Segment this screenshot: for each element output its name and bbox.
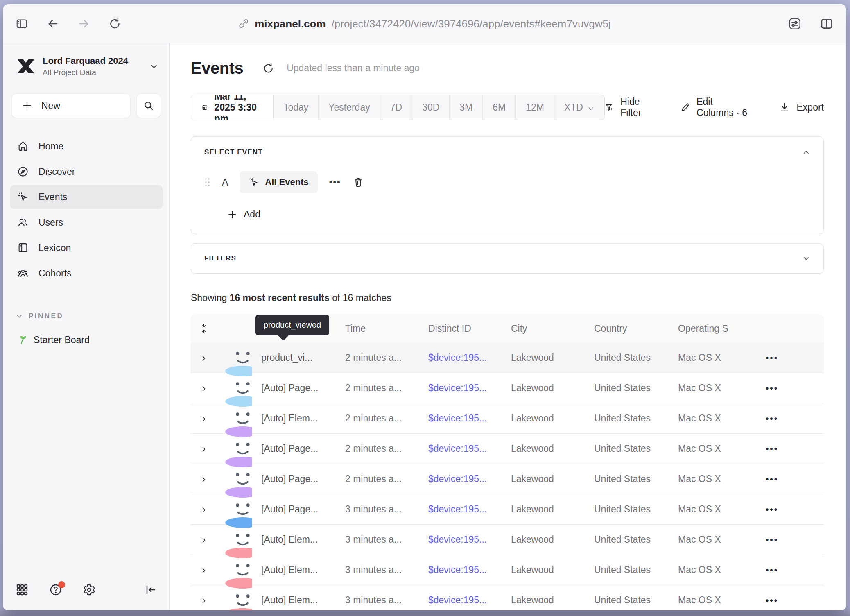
expand-row-button[interactable] [191,384,217,392]
row-more-icon[interactable]: ••• [730,474,824,484]
table-row[interactable]: [Auto] Page...3 minutes a...$device:195.… [191,494,824,525]
sidebar-item-lexicon[interactable]: Lexicon [10,236,163,260]
column-header-time[interactable]: Time [336,323,419,334]
row-more-icon[interactable]: ••• [730,353,824,363]
range-today[interactable]: Today [274,95,319,120]
column-header-city[interactable]: City [502,323,585,334]
event-name-cell[interactable]: [Auto] Page... [252,383,336,394]
sidebar-toggle-icon[interactable] [16,18,28,30]
expand-row-button[interactable] [191,596,217,605]
range-30d[interactable]: 30D [412,95,450,120]
table-row[interactable]: [Auto] Elem...3 minutes a...$device:195.… [191,525,824,555]
row-more-icon[interactable]: ••• [730,383,824,393]
expand-row-button[interactable] [191,414,217,423]
event-name-cell[interactable]: [Auto] Elem... [252,595,336,606]
row-more-icon[interactable]: ••• [730,505,824,514]
distinct-id-link[interactable]: $device:195... [419,413,502,424]
sidebar-item-home[interactable]: Home [10,134,163,158]
collapse-sidebar-icon[interactable] [144,583,157,596]
pinned-section-header[interactable]: PINNED [10,312,163,320]
event-name-cell[interactable]: [Auto] Page... [252,443,336,454]
row-more-icon[interactable]: ••• [730,565,824,575]
distinct-id-link[interactable]: $device:195... [419,383,502,394]
sidebar-item-cohorts[interactable]: Cohorts [10,261,163,285]
distinct-id-link[interactable]: $device:195... [419,352,502,363]
event-name-cell[interactable]: [Auto] Elem... [252,534,336,545]
add-event-button[interactable]: Add [227,209,810,220]
table-row[interactable]: [Auto] Page...2 minutes a...$device:195.… [191,373,824,403]
expand-row-button[interactable] [191,536,217,544]
range-yesterday[interactable]: Yesterday [319,95,380,120]
event-name-cell[interactable]: [Auto] Elem... [252,564,336,575]
range-12m[interactable]: 12M [516,95,554,120]
all-events-chip[interactable]: All Events [240,171,317,193]
table-row[interactable]: product_vi...2 minutes a...$device:195..… [191,343,824,373]
column-header-country[interactable]: Country [585,323,669,334]
distinct-id-link[interactable]: $device:195... [419,473,502,485]
search-button[interactable] [136,93,161,118]
distinct-id-link[interactable]: $device:195... [419,443,502,454]
project-switcher[interactable]: Lord Farquaad 2024 All Project Data [10,52,163,81]
distinct-id-link[interactable]: $device:195... [419,504,502,515]
table-row[interactable]: [Auto] Page...2 minutes a...$device:195.… [191,464,824,494]
expand-row-button[interactable] [191,475,217,483]
collapse-all-rows-icon[interactable] [199,323,209,334]
refresh-icon[interactable] [263,63,274,74]
chevron-down-icon[interactable] [802,254,810,263]
table-row[interactable]: [Auto] Elem...3 minutes a...$device:195.… [191,555,824,585]
date-picker-button[interactable]: Mar 11, 2025 3:30 pm [191,95,274,120]
event-name-cell[interactable]: [Auto] Page... [252,473,336,485]
city-cell: Lakewood [502,443,585,454]
expand-row-button[interactable] [191,566,217,574]
city-cell: Lakewood [502,534,585,545]
row-more-icon[interactable]: ••• [730,444,824,454]
expand-row-button[interactable] [191,445,217,453]
help-icon[interactable] [49,583,62,596]
range-xtd[interactable]: XTD [554,95,604,120]
new-button[interactable]: New [11,93,131,118]
results-summary: Showing 16 most recent results of 16 mat… [191,292,846,303]
distinct-id-link[interactable]: $device:195... [419,534,502,545]
sidebar-item-users[interactable]: Users [10,211,163,234]
table-row[interactable]: [Auto] Page...2 minutes a...$device:195.… [191,434,824,464]
distinct-id-link[interactable]: $device:195... [419,595,502,606]
sidebar-item-label: Lexicon [38,242,71,254]
expand-row-button[interactable] [191,505,217,514]
row-more-icon[interactable]: ••• [730,535,824,545]
event-more-icon[interactable]: ••• [329,177,341,188]
event-name-cell[interactable]: [Auto] Elem... [252,413,336,424]
apps-grid-icon[interactable] [16,583,29,596]
row-more-icon[interactable]: ••• [730,414,824,424]
column-header-os[interactable]: Operating S [669,323,730,334]
range-6m[interactable]: 6M [483,95,516,120]
trash-icon[interactable] [353,177,364,188]
table-row[interactable]: [Auto] Elem...2 minutes a...$device:195.… [191,403,824,434]
event-name-cell[interactable]: product_vi... [252,352,336,363]
export-button[interactable]: Export [779,102,824,113]
chevron-down-icon [149,62,158,71]
mixpanel-logo-icon [16,56,36,77]
expand-row-button[interactable] [191,354,217,362]
range-3m[interactable]: 3M [450,95,483,120]
range-7d[interactable]: 7D [380,95,412,120]
column-header-distinct-id[interactable]: Distinct ID [419,323,502,334]
hide-filter-button[interactable]: Hide Filter [605,96,655,118]
sidebar-item-discover[interactable]: Discover [10,160,163,183]
table-row[interactable]: [Auto] Elem...3 minutes a...$device:195.… [191,585,824,610]
distinct-id-link[interactable]: $device:195... [419,564,502,575]
split-view-icon[interactable] [820,17,834,31]
country-cell: United States [585,504,669,515]
settings-gear-icon[interactable] [83,583,96,596]
event-name-cell[interactable]: [Auto] Page... [252,504,336,515]
page-settings-icon[interactable] [788,17,802,31]
row-more-icon[interactable]: ••• [730,596,824,605]
edit-columns-button[interactable]: Edit Columns · 6 [681,96,753,118]
city-cell: Lakewood [502,473,585,485]
sidebar-item-starter-board[interactable]: Starter Board [10,334,163,346]
back-icon[interactable] [47,18,59,30]
chevron-up-icon[interactable] [802,148,810,156]
reload-icon[interactable] [109,18,121,30]
drag-handle-icon[interactable] [204,177,210,188]
address-bar[interactable]: mixpanel.com/project/3472420/view/397469… [238,17,611,30]
sidebar-item-events[interactable]: Events [10,185,163,209]
